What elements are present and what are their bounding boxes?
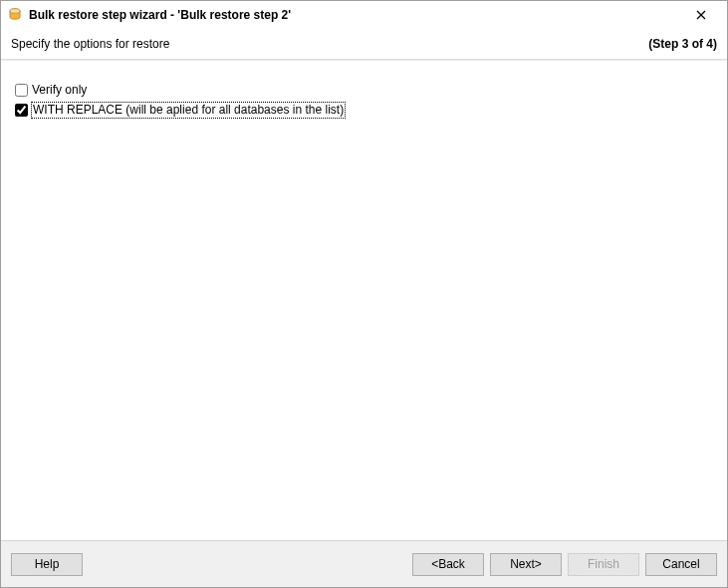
close-button[interactable] xyxy=(681,4,721,26)
back-button[interactable]: <Back xyxy=(412,553,484,576)
wizard-step-indicator: (Step 3 of 4) xyxy=(648,37,717,51)
cancel-button[interactable]: Cancel xyxy=(645,553,717,576)
help-button[interactable]: Help xyxy=(11,553,83,576)
wizard-window: Bulk restore step wizard - 'Bulk restore… xyxy=(0,0,728,588)
window-title: Bulk restore step wizard - 'Bulk restore… xyxy=(29,8,681,22)
titlebar: Bulk restore step wizard - 'Bulk restore… xyxy=(1,1,727,29)
with-replace-checkbox[interactable] xyxy=(15,104,28,117)
app-icon xyxy=(7,7,23,23)
wizard-subheader: Specify the options for restore (Step 3 … xyxy=(1,29,727,59)
wizard-footer: Help <Back Next> Finish Cancel xyxy=(1,540,727,587)
with-replace-label[interactable]: WITH REPLACE (will be aplied for all dat… xyxy=(32,103,345,118)
wizard-content: Verify only WITH REPLACE (will be aplied… xyxy=(1,61,727,540)
verify-only-checkbox[interactable] xyxy=(15,84,28,97)
verify-only-option: Verify only xyxy=(15,81,713,99)
wizard-instruction: Specify the options for restore xyxy=(11,37,169,51)
with-replace-option: WITH REPLACE (will be aplied for all dat… xyxy=(15,101,713,119)
finish-button[interactable]: Finish xyxy=(568,553,639,576)
svg-point-1 xyxy=(10,9,20,13)
next-button[interactable]: Next> xyxy=(490,553,562,576)
verify-only-label[interactable]: Verify only xyxy=(32,83,87,98)
